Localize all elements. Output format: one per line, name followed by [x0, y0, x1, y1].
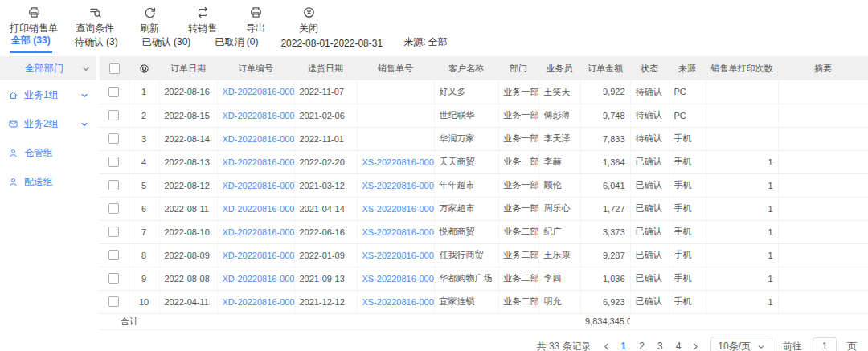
sales-no-link[interactable]: XS-20220816-000009: [362, 297, 435, 307]
summary-cell: [778, 243, 868, 267]
sales-no-cell: XS-20220816-000010: [357, 267, 434, 290]
sidebar-item-配送组[interactable]: 配送组: [0, 167, 96, 196]
column-header-摘要[interactable]: 摘要: [778, 56, 868, 80]
page-number-4[interactable]: 4: [676, 341, 682, 351]
sales-no-link[interactable]: XS-20220816-000011: [362, 251, 435, 260]
status-cell: 待确认: [630, 80, 669, 104]
column-header-业务员[interactable]: 业务员: [538, 56, 580, 80]
sales-no-link[interactable]: XS-20220816-000010: [362, 274, 435, 284]
source-cell: 手机: [669, 197, 706, 220]
column-header-状态[interactable]: 状态: [630, 56, 669, 80]
toolbar-button[interactable]: 转销售: [185, 6, 220, 35]
print-count-cell: 1: [706, 173, 778, 197]
customer-name-cell: 华润万家: [434, 127, 498, 150]
row-checkbox[interactable]: [108, 273, 119, 284]
order-no-cell: XD-20220816-000011: [217, 243, 294, 267]
order-no-link[interactable]: XD-20220816-000016: [223, 134, 295, 144]
row-checkbox[interactable]: [108, 203, 119, 214]
order-amount-cell: 7,833: [580, 127, 630, 150]
sidebar-item-业务1组[interactable]: 业务1组: [0, 80, 96, 109]
sales-no-link[interactable]: XS-20220816-000015: [362, 157, 435, 167]
row-checkbox-cell: [100, 220, 129, 243]
toolbar-button[interactable]: 关闭: [291, 6, 326, 35]
source-filter[interactable]: 来源: 全部: [403, 35, 448, 53]
page-size-select[interactable]: 10条/页: [710, 337, 772, 351]
column-header-来源[interactable]: 来源: [669, 56, 706, 80]
order-amount-cell: 1,036: [580, 267, 630, 290]
department-cell: 业务一部: [498, 104, 538, 127]
prev-page-arrow[interactable]: [602, 342, 611, 351]
sidebar-item-仓管组[interactable]: 仓管组: [0, 138, 96, 167]
column-header-送货日期[interactable]: 送货日期: [294, 56, 357, 80]
column-header-订单金额[interactable]: 订单金额: [580, 56, 630, 80]
source-cell: PC: [669, 80, 706, 104]
salesperson-cell: 王笑天: [538, 80, 580, 104]
tab-confirmed[interactable]: 已确认 (30): [141, 35, 193, 53]
column-header-销售单号[interactable]: 销售单号: [357, 56, 434, 80]
column-header-订单日期[interactable]: 订单日期: [159, 56, 217, 80]
date-range-filter[interactable]: 2022-08-01-2022-08-31: [280, 38, 383, 53]
page-number-1[interactable]: 1: [621, 341, 627, 351]
department-cell: 业务二部: [498, 267, 538, 290]
toolbar-button[interactable]: 打印销售单: [10, 6, 58, 35]
sales-no-link[interactable]: XS-20220816-000014: [362, 181, 435, 190]
order-no-link[interactable]: XD-20220816-000011: [223, 251, 295, 260]
table-row: 12022-08-16XD-20220816-0000182022-11-07好…: [100, 80, 868, 104]
department-select[interactable]: 全部部门: [0, 56, 96, 80]
salesperson-cell: 周乐心: [538, 197, 580, 220]
toolbar-button[interactable]: 查询条件: [76, 6, 114, 35]
order-no-link[interactable]: XD-20220816-000009: [223, 297, 295, 307]
select-all-checkbox[interactable]: [109, 63, 120, 74]
row-checkbox[interactable]: [108, 296, 119, 307]
row-checkbox[interactable]: [108, 110, 119, 120]
row-checkbox[interactable]: [108, 250, 119, 260]
delivery-date-cell: 2021-03-12: [294, 173, 357, 197]
column-header-部门[interactable]: 部门: [498, 56, 538, 80]
order-no-link[interactable]: XD-20220816-000012: [223, 227, 295, 237]
row-index-cell: 2: [129, 104, 159, 127]
row-checkbox[interactable]: [108, 227, 119, 237]
toolbar-button[interactable]: 刷新: [132, 6, 167, 35]
order-no-link[interactable]: XD-20220816-000014: [223, 181, 295, 190]
source-cell: 手机: [669, 127, 706, 150]
order-no-link[interactable]: XD-20220816-000010: [223, 274, 295, 284]
sales-no-link[interactable]: XS-20220816-000012: [362, 227, 435, 237]
tab-all[interactable]: 全部 (33): [10, 34, 52, 53]
sidebar-item-label: 业务1组: [24, 88, 75, 102]
delivery-date-cell: 2022-02-20: [294, 150, 357, 173]
page-number-2[interactable]: 2: [639, 341, 645, 351]
column-header-销售单打印次数[interactable]: 销售单打印次数: [706, 56, 778, 80]
main-area: 全部部门 业务1组业务2组仓管组配送组 订单日期订单编号送货日期销售单号客户名称…: [0, 56, 868, 330]
goto-page-input[interactable]: [813, 337, 837, 351]
row-checkbox[interactable]: [108, 180, 119, 190]
sales-no-link[interactable]: XS-20220816-000013: [362, 204, 435, 214]
order-no-link[interactable]: XD-20220816-000017: [223, 111, 295, 120]
order-no-cell: XD-20220816-000016: [217, 127, 294, 150]
page-number-3[interactable]: 3: [657, 341, 663, 351]
order-no-link[interactable]: XD-20220816-000018: [223, 87, 295, 96]
sidebar-item-业务2组[interactable]: 业务2组: [0, 109, 96, 138]
order-no-link[interactable]: XD-20220816-000015: [223, 157, 295, 167]
row-checkbox[interactable]: [108, 157, 119, 167]
table-row: 22022-08-15XD-20220816-0000172021-02-06世…: [100, 104, 868, 127]
order-no-link[interactable]: XD-20220816-000013: [223, 204, 295, 214]
tab-pending[interactable]: 待确认 (3): [73, 35, 120, 53]
column-header-订单编号[interactable]: 订单编号: [217, 56, 294, 80]
row-checkbox-cell: [100, 267, 129, 290]
row-checkbox[interactable]: [108, 87, 119, 97]
sales-no-cell: XS-20220816-000009: [357, 290, 434, 313]
tab-cancelled[interactable]: 已取消 (0): [213, 35, 260, 53]
sales-no-cell: [357, 127, 434, 150]
delivery-date-cell: 2021-04-14: [294, 197, 357, 220]
next-page-arrow[interactable]: [691, 342, 700, 351]
delivery-date-cell: 2021-12-12: [294, 290, 357, 313]
sales-no-cell: [357, 104, 434, 127]
toolbar-button[interactable]: 导出: [238, 6, 273, 35]
order-date-cell: 2022-08-09: [159, 243, 217, 267]
column-header-客户名称[interactable]: 客户名称: [434, 56, 498, 80]
gear-icon[interactable]: [138, 63, 150, 75]
sales-no-cell: XS-20220816-000014: [357, 173, 434, 197]
row-checkbox[interactable]: [108, 133, 119, 144]
customer-name-cell: 世纪联华: [434, 104, 498, 127]
status-cell: 已确认: [630, 150, 669, 173]
